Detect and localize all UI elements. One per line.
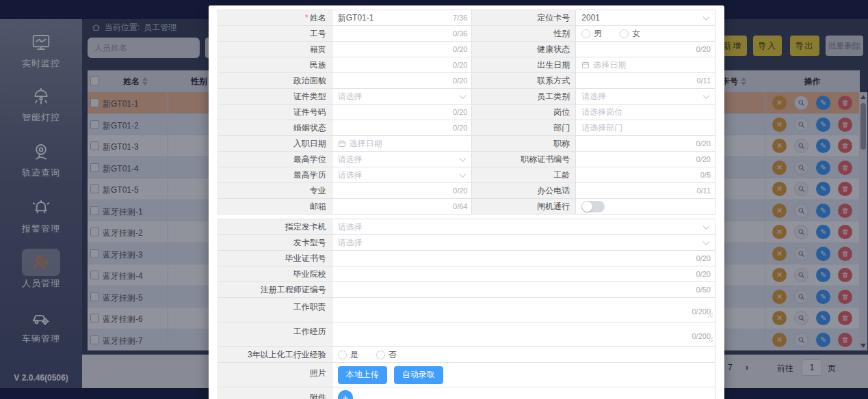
- contact-field[interactable]: 0/11: [576, 73, 715, 89]
- card-model-select[interactable]: 请选择: [332, 235, 715, 251]
- seniority-field[interactable]: 0/5: [576, 167, 715, 183]
- field-label: 联系方式: [537, 75, 570, 87]
- field-label: 民族: [310, 59, 326, 71]
- field-label: 入职日期: [293, 138, 326, 150]
- office-phone-field[interactable]: 0/11: [576, 183, 715, 199]
- field-label: 照片: [310, 368, 326, 379]
- resize-handle-icon[interactable]: [707, 311, 713, 320]
- field-label: 毕业院校: [293, 269, 326, 280]
- auto-capture-button[interactable]: 自动录取: [394, 366, 443, 384]
- engineer-cert-field[interactable]: 0/50: [332, 282, 715, 298]
- resize-handle-icon[interactable]: [707, 335, 713, 345]
- birth-date-picker[interactable]: 选择日期: [576, 57, 715, 73]
- field-label: 指定发卡机: [285, 221, 326, 233]
- chevron-down-icon: [460, 92, 466, 99]
- field-label: 发卡型号: [293, 237, 326, 249]
- major-field[interactable]: 0/20: [332, 183, 473, 199]
- title-cert-field[interactable]: 0/20: [576, 152, 715, 167]
- field-label: 部门: [553, 122, 570, 134]
- experience-radio-no[interactable]: 否: [376, 349, 397, 361]
- radio-circle-icon: [620, 29, 629, 38]
- email-field[interactable]: 0/64: [332, 199, 473, 215]
- field-label: 注册工程师证编号: [261, 284, 326, 296]
- field-label: 证件号码: [293, 107, 326, 118]
- id-type-select[interactable]: 请选择: [332, 89, 473, 105]
- radio-circle-icon: [376, 350, 385, 359]
- field-label: 最高学位: [293, 154, 326, 165]
- field-label: 附件: [310, 392, 326, 399]
- field-label: 工号: [310, 28, 326, 40]
- field-label: 办公电话: [537, 185, 570, 197]
- employee-type-select[interactable]: 请选择: [576, 89, 715, 105]
- field-label: 婚姻状态: [293, 122, 326, 134]
- chevron-down-icon: [460, 171, 466, 178]
- title-field[interactable]: 0/20: [576, 136, 715, 152]
- field-label: 健康状态: [537, 44, 570, 55]
- id-number-field[interactable]: 0/20: [332, 105, 473, 120]
- ethnicity-field[interactable]: 0/20: [332, 57, 473, 73]
- name-field[interactable]: 新GT01-17/36: [332, 10, 473, 26]
- gate-pass-toggle[interactable]: [581, 201, 605, 212]
- calendar-icon: [581, 61, 590, 69]
- gender-radio-female[interactable]: 女: [620, 28, 640, 40]
- chevron-down-icon: [703, 238, 710, 245]
- experience-radio-yes[interactable]: 是: [338, 349, 358, 361]
- diploma-number-field[interactable]: 0/20: [332, 251, 715, 266]
- chevron-down-icon: [703, 92, 710, 99]
- radio-circle-icon: [338, 350, 347, 359]
- post-field[interactable]: 请选择岗位: [576, 105, 715, 120]
- radio-circle-icon: [581, 29, 590, 38]
- add-attachment-button[interactable]: +: [338, 390, 353, 399]
- alma-mater-field[interactable]: 0/20: [332, 266, 715, 282]
- field-label: 工龄: [553, 169, 570, 181]
- field-label: 性别: [553, 28, 570, 40]
- field-label: 职称: [553, 138, 570, 150]
- chevron-down-icon: [703, 223, 710, 230]
- local-upload-button[interactable]: 本地上传: [338, 366, 387, 384]
- field-label: 工作职责: [293, 301, 326, 313]
- field-label: 员工类别: [537, 91, 570, 102]
- app-window: 实时监控 智能灯控 轨迹查询 报警管理 人员管理: [0, 0, 868, 399]
- job-duties-textarea[interactable]: 0/200: [332, 298, 715, 322]
- employee-form-paired: *姓名 新GT01-17/36 定位卡号 2001 工号 0/36 性别 男 女…: [218, 10, 715, 215]
- employee-form-full: 指定发卡机 请选择 发卡型号 请选择 毕业证书号 0/20 毕业院校 0/20 …: [218, 219, 715, 399]
- marital-status-field[interactable]: 0/20: [332, 120, 473, 136]
- locator-card-select[interactable]: 2001: [576, 10, 715, 26]
- field-label: 定位卡号: [537, 12, 570, 24]
- field-label: 职称证书编号: [521, 154, 570, 165]
- field-label: 籍贯: [310, 44, 326, 55]
- field-label: 专业: [310, 185, 326, 197]
- department-field[interactable]: 请选择部门: [576, 120, 715, 136]
- degree-select[interactable]: 请选择: [332, 152, 473, 167]
- field-label: 姓名: [310, 12, 326, 24]
- work-experience-textarea[interactable]: 0/200: [332, 322, 715, 347]
- gender-radio-male[interactable]: 男: [581, 28, 602, 40]
- calendar-icon: [338, 139, 346, 148]
- health-status-field[interactable]: 0/20: [576, 42, 715, 57]
- chevron-down-icon: [703, 14, 710, 20]
- employee-edit-modal: *姓名 新GT01-17/36 定位卡号 2001 工号 0/36 性别 男 女…: [209, 5, 724, 399]
- field-label: 邮箱: [310, 201, 326, 212]
- hire-date-picker[interactable]: 选择日期: [332, 136, 473, 152]
- education-select[interactable]: 请选择: [332, 167, 473, 183]
- field-label: 毕业证书号: [285, 253, 326, 264]
- field-label: 岗位: [553, 107, 570, 118]
- political-status-field[interactable]: 0/20: [332, 73, 473, 89]
- field-label: 最高学历: [293, 169, 326, 181]
- chevron-down-icon: [460, 155, 466, 162]
- required-asterisk: *: [305, 13, 308, 23]
- field-label: 证件类型: [293, 91, 326, 102]
- field-label: 闸机通行: [537, 201, 570, 212]
- field-label: 工作经历: [293, 326, 326, 338]
- native-place-field[interactable]: 0/20: [332, 42, 473, 57]
- employee-id-field[interactable]: 0/36: [332, 26, 473, 42]
- field-label: 政治面貌: [293, 75, 326, 87]
- field-label: 出生日期: [537, 59, 570, 71]
- card-issuer-select[interactable]: 请选择: [332, 219, 715, 235]
- field-label: 3年以上化工行业经验: [248, 349, 326, 361]
